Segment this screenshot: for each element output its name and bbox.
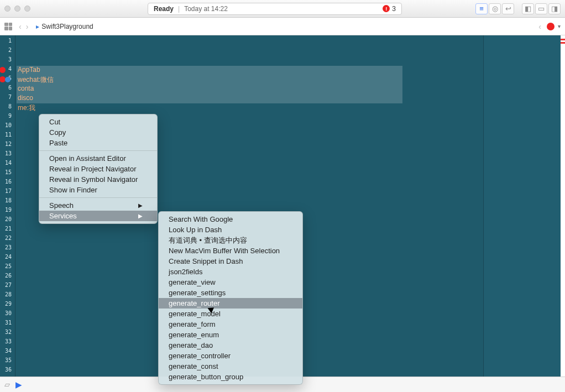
line-number[interactable]: 29 [0,301,15,310]
line-number[interactable]: 3 [0,56,15,66]
minimap-error-marker[interactable] [561,42,565,44]
services-item[interactable]: generate_settings [159,288,302,298]
line-number[interactable]: 17 [0,188,15,197]
line-number[interactable]: 1 [0,38,15,47]
menu-item-open-assistant[interactable]: Open in Assistant Editor [39,153,157,164]
line-number[interactable]: 5 [0,75,15,85]
line-number[interactable]: 16 [0,179,15,188]
line-number[interactable]: 31 [0,320,15,329]
line-number[interactable]: 20 [0,216,15,226]
menu-item-cut[interactable]: Cut [39,117,157,127]
line-number[interactable]: 35 [0,357,15,367]
run-button[interactable]: ▶ [15,380,22,390]
standard-editor-button[interactable]: ≡ [475,3,488,14]
services-item[interactable]: Look Up in Dash [159,224,302,235]
services-item[interactable]: generate_view [159,277,302,288]
status-separator: | [178,5,180,13]
menu-item-copy[interactable]: Copy [39,127,157,138]
issue-indicator-icon[interactable] [547,23,554,30]
line-number[interactable]: 19 [0,207,15,216]
minimap-error-marker[interactable] [561,39,565,40]
line-number[interactable]: 23 [0,244,15,254]
version-editor-button[interactable]: ↩ [502,3,514,14]
breadcrumb-file[interactable]: Swift3Playground [41,23,93,30]
services-item[interactable]: Search With Google [159,214,302,224]
services-item[interactable]: json2fields [159,266,302,277]
error-icon: ! [383,5,390,12]
line-number[interactable]: 21 [0,226,15,235]
line-number[interactable]: 28 [0,291,15,301]
issue-dropdown-icon[interactable]: ▾ [558,23,561,29]
assistant-editor-button[interactable]: ◎ [489,3,501,14]
line-number[interactable]: 2 [0,47,15,56]
menu-item-reveal-project[interactable]: Reveal in Project Navigator [39,164,157,174]
minimap-scrollbar[interactable] [561,35,565,377]
jump-bar[interactable]: ‹ › ▸ Swift3Playground ‹ ▾ [0,18,565,35]
line-number[interactable]: 25 [0,263,15,273]
services-item[interactable]: generate_enum [159,330,302,340]
services-item[interactable]: 有道词典 • 查询选中内容 [159,235,302,245]
line-number[interactable]: 10 [0,122,15,132]
menu-label: Copy [49,128,66,137]
line-number[interactable]: 9 [0,113,15,122]
line-number[interactable]: 24 [0,254,15,263]
line-number[interactable]: 14 [0,160,15,169]
menu-item-services[interactable]: Services▶ [39,211,157,221]
code-line[interactable]: me:我 [15,103,483,113]
services-item[interactable]: generate_button_group [159,372,302,382]
services-item[interactable]: generate_const [159,361,302,372]
services-item[interactable]: generate_dao [159,340,302,351]
menu-item-speech[interactable]: Speech▶ [39,200,157,211]
related-items-icon[interactable] [4,23,12,30]
back-button[interactable]: ‹ [17,22,24,31]
breakpoint-icon[interactable] [5,77,11,82]
line-number[interactable]: 34 [0,348,15,357]
minimize-window-button[interactable] [14,6,20,12]
console-toggle-icon[interactable]: ▱ [4,380,10,389]
activity-status: Ready | Today at 14:22 ! 3 [148,3,402,15]
line-number[interactable]: 13 [0,150,15,160]
line-number[interactable]: 27 [0,282,15,291]
line-number[interactable]: 8 [0,103,15,113]
toggle-utilities-button[interactable]: ◨ [548,3,561,14]
breadcrumb-back[interactable]: ‹ [536,22,543,31]
menu-item-show-finder[interactable]: Show in Finder [39,185,157,195]
menu-item-reveal-symbol[interactable]: Reveal in Symbol Navigator [39,174,157,185]
line-number[interactable]: 12 [0,141,15,150]
line-number[interactable]: 36 [0,367,15,376]
line-number[interactable]: 4 [0,66,15,75]
menu-label: Search With Google [169,215,233,223]
line-number-gutter[interactable]: 1234567891011121314151617181920212223242… [0,35,15,377]
results-sidebar [483,35,565,377]
menu-item-paste[interactable]: Paste [39,138,157,148]
line-number[interactable]: 7 [0,94,15,103]
code-line[interactable] [15,38,483,47]
forward-button[interactable]: › [24,22,31,31]
gutter-error-icon[interactable] [0,67,6,73]
services-item[interactable]: New MacVim Buffer With Selection [159,245,302,256]
status-ready-label: Ready [154,5,174,13]
line-number[interactable]: 18 [0,197,15,207]
services-item[interactable]: generate_router [159,298,302,309]
line-number[interactable]: 6 [0,85,15,94]
services-item[interactable]: generate_model [159,309,302,319]
window-titlebar: Ready | Today at 14:22 ! 3 ≡ ◎ ↩ ◧ ▭ ◨ [0,0,565,18]
code-line[interactable] [15,56,483,66]
line-number[interactable]: 26 [0,273,15,282]
line-number[interactable]: 32 [0,329,15,338]
line-number[interactable]: 22 [0,235,15,244]
services-item[interactable]: generate_form [159,319,302,330]
code-line[interactable] [15,47,483,56]
line-number[interactable]: 15 [0,169,15,179]
line-number[interactable]: 33 [0,338,15,348]
menu-label: generate_button_group [169,373,243,381]
services-item[interactable]: generate_controller [159,351,302,361]
close-window-button[interactable] [4,6,11,12]
line-number[interactable]: 11 [0,132,15,141]
line-number[interactable]: 30 [0,310,15,320]
zoom-window-button[interactable] [24,6,30,12]
toggle-navigator-button[interactable]: ◧ [522,3,534,14]
toggle-debug-area-button[interactable]: ▭ [535,3,547,14]
services-item[interactable]: Create Snippet in Dash [159,256,302,266]
issues-badge[interactable]: ! 3 [383,5,396,13]
